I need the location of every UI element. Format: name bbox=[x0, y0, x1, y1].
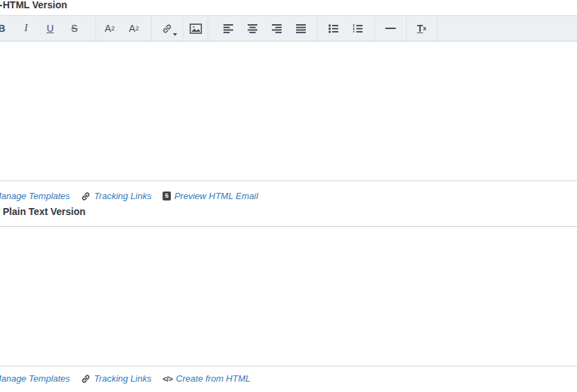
remove-format-icon: x bbox=[423, 25, 426, 32]
html-editor-body[interactable] bbox=[0, 41, 577, 181]
html5-icon: 5 bbox=[163, 192, 171, 200]
toolbar-group-image bbox=[183, 16, 208, 41]
rich-text-toolbar: B I U S A2 A2 bbox=[0, 15, 577, 41]
numbered-list-button[interactable] bbox=[345, 16, 369, 41]
manage-templates-link-2[interactable]: Manage Templates bbox=[0, 373, 70, 384]
underline-button[interactable]: U bbox=[38, 16, 62, 41]
subscript-button[interactable]: A2 bbox=[122, 16, 146, 41]
strikethrough-icon: S bbox=[71, 23, 77, 34]
align-right-button[interactable] bbox=[264, 16, 288, 41]
toolbar-group-lists bbox=[318, 16, 375, 41]
toolbar-group-cleanup: Tx bbox=[407, 16, 437, 41]
italic-button[interactable]: I bbox=[14, 16, 38, 41]
plain-text-links: Manage Templates Tracking Links </> Crea… bbox=[0, 366, 577, 387]
html-version-links: Manage Templates Tracking Links 5 Previe… bbox=[0, 181, 577, 207]
align-center-button[interactable] bbox=[240, 16, 264, 41]
align-center-icon bbox=[247, 24, 258, 33]
cropped-left-fragment bbox=[0, 5, 2, 6]
plain-text-version-heading: Plain Text Version bbox=[0, 207, 577, 221]
manage-templates-link[interactable]: Manage Templates bbox=[0, 191, 70, 201]
toolbar-group-scripts: A2 A2 bbox=[96, 16, 152, 41]
horizontal-rule-icon bbox=[385, 28, 396, 29]
html-version-heading: HTML Version bbox=[0, 0, 577, 15]
create-from-html-link[interactable]: </> Create from HTML bbox=[163, 373, 250, 384]
align-left-icon bbox=[223, 24, 234, 33]
strikethrough-button[interactable]: S bbox=[62, 16, 86, 41]
link-icon bbox=[162, 24, 172, 34]
justify-button[interactable] bbox=[288, 16, 313, 41]
toolbar-group-link bbox=[152, 16, 183, 41]
chain-icon bbox=[81, 192, 91, 201]
tracking-links-link-2[interactable]: Tracking Links bbox=[81, 373, 152, 384]
superscript-button[interactable]: A2 bbox=[98, 16, 122, 41]
bulleted-list-button[interactable] bbox=[321, 16, 345, 41]
email-builder-panel: HTML Version B I U S A2 A2 bbox=[0, 0, 577, 392]
plain-text-textarea[interactable] bbox=[0, 227, 577, 366]
insert-link-button[interactable] bbox=[155, 16, 179, 41]
remove-format-button[interactable]: Tx bbox=[410, 16, 434, 41]
chain-icon bbox=[81, 374, 91, 384]
italic-icon: I bbox=[24, 23, 28, 34]
image-icon bbox=[190, 24, 202, 34]
align-left-button[interactable] bbox=[216, 16, 240, 41]
bold-button[interactable]: B bbox=[0, 16, 14, 41]
toolbar-group-align bbox=[208, 16, 318, 41]
insert-image-button[interactable] bbox=[183, 16, 208, 41]
align-right-icon bbox=[271, 24, 282, 33]
tracking-links-link[interactable]: Tracking Links bbox=[81, 191, 152, 201]
toolbar-group-hr bbox=[375, 16, 407, 41]
toolbar-group-basicstyles: B I U S bbox=[0, 16, 96, 41]
bold-icon: B bbox=[0, 23, 6, 34]
horizontal-rule-button[interactable] bbox=[378, 16, 403, 41]
subscript-icon: 2 bbox=[136, 25, 139, 32]
superscript-icon: 2 bbox=[111, 25, 115, 32]
bulleted-list-icon bbox=[328, 24, 339, 33]
code-icon: </> bbox=[163, 375, 172, 383]
preview-html-email-link[interactable]: 5 Preview HTML Email bbox=[163, 191, 258, 201]
chevron-down-icon bbox=[173, 33, 177, 36]
underline-icon: U bbox=[46, 23, 53, 34]
numbered-list-icon bbox=[352, 24, 363, 33]
plain-text-area-wrap bbox=[0, 226, 577, 366]
justify-icon bbox=[295, 24, 306, 33]
